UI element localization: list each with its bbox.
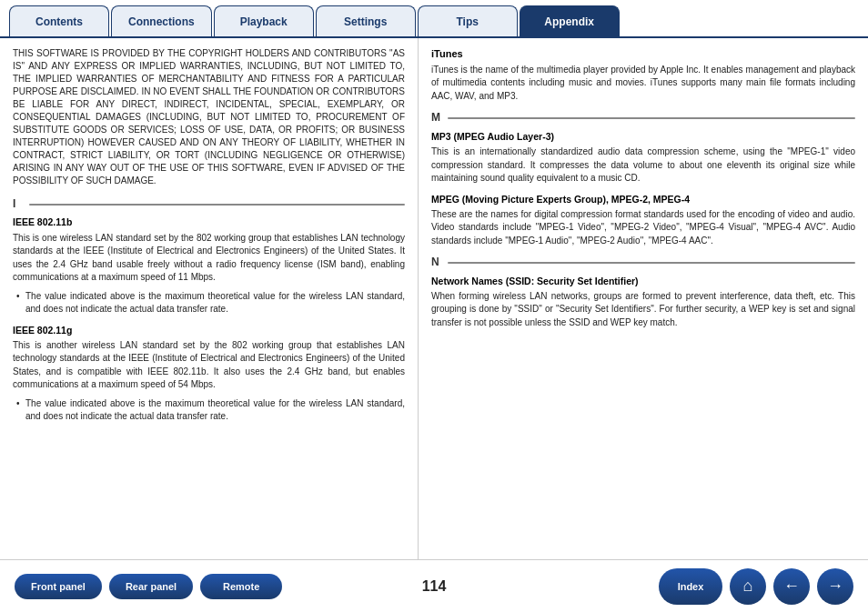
section-m-header: M (431, 110, 855, 125)
tabs-bar: Contents Connections Playback Settings T… (0, 0, 868, 38)
home-button[interactable]: ⌂ (730, 568, 766, 605)
ieee-802-11b-body: This is one wireless LAN standard set by… (13, 232, 405, 285)
back-icon: ← (783, 577, 800, 596)
index-button[interactable]: Index (659, 568, 722, 605)
mp3-body: This is an internationally standardized … (431, 145, 855, 186)
rear-panel-button[interactable]: Rear panel (109, 574, 193, 599)
footer-left: Front panel Rear panel Remote (15, 574, 282, 599)
ieee-802-11b-title: IEEE 802.11b (13, 216, 405, 229)
content-area: THIS SOFTWARE IS PROVIDED BY THE COPYRIG… (0, 38, 868, 559)
section-i-letter: I (13, 196, 24, 212)
copyright-text: THIS SOFTWARE IS PROVIDED BY THE COPYRIG… (13, 47, 405, 187)
front-panel-button[interactable]: Front panel (15, 574, 102, 599)
right-column: iTunes iTunes is the name of the multime… (419, 38, 868, 559)
section-m-line (448, 117, 855, 119)
mpeg-body: These are the names for digital compress… (431, 208, 855, 248)
tab-connections[interactable]: Connections (111, 5, 212, 36)
section-i-header: I (13, 196, 405, 212)
tab-appendix[interactable]: Appendix (520, 5, 620, 36)
home-icon: ⌂ (743, 577, 753, 596)
tab-settings[interactable]: Settings (316, 5, 416, 36)
ieee-802-11g-bullet: The value indicated above is the maximum… (13, 397, 405, 424)
section-n-letter: N (431, 255, 442, 270)
ieee-802-11b-bullet: The value indicated above is the maximum… (13, 290, 405, 316)
tab-playback[interactable]: Playback (214, 5, 314, 36)
section-n-line (448, 262, 855, 264)
itunes-body: iTunes is the name of the multimedia pla… (431, 64, 855, 104)
back-button[interactable]: ← (773, 568, 810, 605)
section-i-line (29, 204, 405, 206)
section-n-header: N (431, 255, 855, 270)
forward-icon: → (827, 577, 843, 596)
section-m-letter: M (431, 110, 442, 125)
mp3-title: MP3 (MPEG Audio Layer-3) (431, 130, 855, 144)
page-number: 114 (422, 578, 447, 595)
itunes-title: iTunes (431, 47, 855, 62)
footer: Front panel Rear panel Remote 114 Index … (0, 559, 868, 612)
forward-button[interactable]: → (817, 568, 853, 605)
footer-right: Index ⌂ ← → (659, 568, 853, 605)
network-body: When forming wireless LAN networks, grou… (431, 290, 855, 330)
ieee-802-11g-body: This is another wireless LAN standard se… (13, 339, 405, 392)
network-title: Network Names (SSID: Security Set Identi… (431, 275, 855, 288)
mpeg-title: MPEG (Moving Picture Experts Group), MPE… (431, 193, 855, 206)
left-column: THIS SOFTWARE IS PROVIDED BY THE COPYRIG… (0, 38, 419, 559)
tab-tips[interactable]: Tips (418, 5, 518, 36)
ieee-802-11g-title: IEEE 802.11g (13, 324, 405, 337)
remote-button[interactable]: Remote (200, 574, 282, 599)
tab-contents[interactable]: Contents (9, 5, 109, 36)
